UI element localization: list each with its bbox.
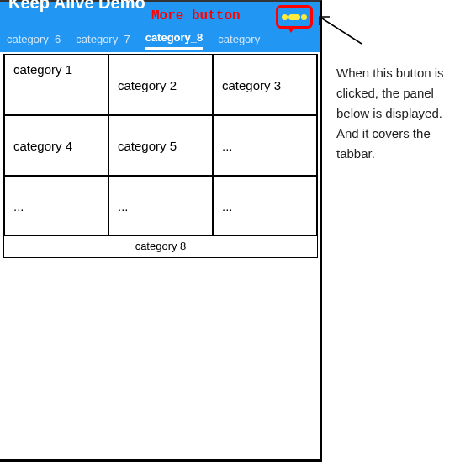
panel-cell[interactable]: ...: [108, 176, 213, 236]
panel-cell[interactable]: ...: [4, 176, 108, 236]
panel-cell[interactable]: category 2: [108, 55, 213, 115]
annotation-line: clicked, the panel: [336, 83, 471, 103]
more-dot-icon: [301, 14, 307, 20]
more-dot-icon: [288, 14, 300, 20]
annotation-line: When this button is: [336, 63, 471, 83]
svg-line-0: [320, 17, 362, 44]
more-dot-icon: [282, 14, 288, 20]
tab-category-7[interactable]: category_7: [76, 33, 130, 49]
app-header: Keep Alive Demo More button category_6 c…: [0, 2, 320, 52]
tab-category-8[interactable]: category_8: [145, 31, 204, 50]
more-button[interactable]: [276, 5, 313, 29]
category-panel: category 1 category 2 category 3 categor…: [3, 54, 318, 258]
panel-cell[interactable]: ...: [213, 176, 317, 236]
more-button-annotation: More button: [151, 8, 241, 24]
annotation-line: below is displayed.: [336, 103, 471, 124]
tab-category-6[interactable]: category_6: [7, 33, 61, 49]
panel-cell[interactable]: category 3: [213, 55, 317, 115]
tab-bar: category_6 category_7 category_8 categor…: [0, 29, 320, 52]
annotation-line: And it covers the: [336, 124, 471, 144]
tab-category-9[interactable]: category_9: [218, 33, 265, 49]
app-frame: Keep Alive Demo More button category_6 c…: [0, 0, 322, 462]
panel-cell[interactable]: category 4: [4, 115, 108, 176]
panel-cell[interactable]: ...: [213, 115, 317, 176]
panel-cell[interactable]: category 1: [4, 55, 108, 115]
panel-cell[interactable]: category 5: [108, 115, 213, 176]
app-title: Keep Alive Demo: [8, 0, 145, 13]
annotation-text: When this button is clicked, the panel b…: [336, 63, 471, 164]
annotation-line: tabbar.: [336, 144, 471, 164]
panel-caption: category 8: [4, 236, 317, 257]
